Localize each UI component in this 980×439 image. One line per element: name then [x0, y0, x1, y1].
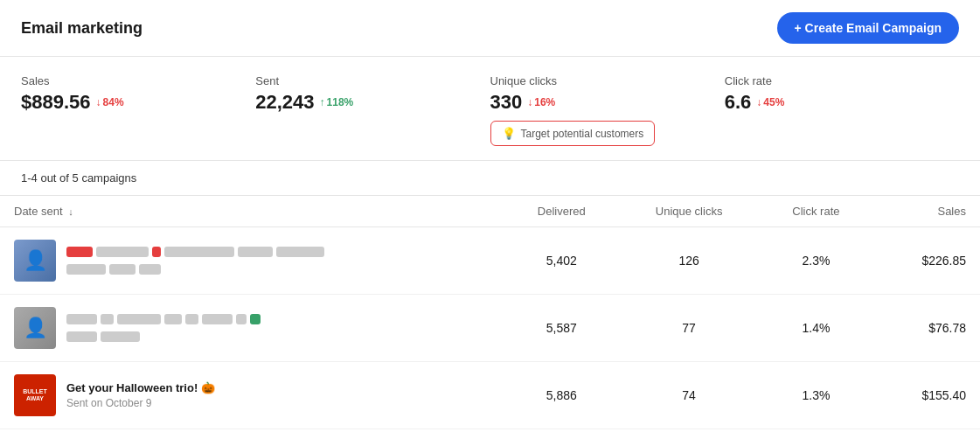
- stat-rate-label: Click rate: [725, 74, 959, 87]
- delivered-4: 2,631: [504, 429, 618, 440]
- stat-unique-clicks: Unique clicks 330 16% 💡 Target potential…: [490, 74, 725, 146]
- stat-clicks-value: 330 16%: [490, 91, 725, 114]
- table-row[interactable]: 👤 5,4021262.3%$226.85: [0, 227, 980, 295]
- col-delivered[interactable]: Delivered: [504, 196, 618, 227]
- halloween-logo: BULLETAWAY: [23, 388, 47, 401]
- arrow-down-icon-3: [756, 96, 761, 108]
- table-header-row: Date sent ↓ Delivered Unique clicks Clic…: [0, 196, 980, 227]
- campaign-thumbnail-3: BULLETAWAY: [14, 374, 56, 416]
- stat-rate-badge: 45%: [756, 96, 784, 108]
- sales-4: $0.00: [872, 429, 980, 440]
- stat-sales: Sales $889.56 84%: [21, 74, 255, 146]
- create-campaign-button[interactable]: + Create Email Campaign: [777, 12, 959, 44]
- table-row[interactable]: BULLETAWAYGet your Halloween trio! 🎃Sent…: [0, 362, 980, 429]
- target-icon: 💡: [502, 127, 516, 140]
- sales-3: $155.40: [872, 362, 980, 429]
- stat-rate-value: 6.6 45%: [725, 91, 959, 114]
- arrow-up-icon: [320, 96, 325, 108]
- click-rate-3: 1.3%: [760, 362, 872, 429]
- stat-clicks-badge: 16%: [527, 96, 555, 108]
- avatar-icon: 👤: [24, 249, 47, 272]
- unique-clicks-2: 77: [618, 295, 760, 362]
- unique-clicks-3: 74: [618, 362, 760, 429]
- sales-1: $226.85: [872, 227, 980, 295]
- click-rate-1: 2.3%: [760, 227, 872, 295]
- table-row[interactable]: 👤 5,587771.4%$76.78: [0, 295, 980, 362]
- campaign-info-1: [66, 245, 324, 276]
- stat-sales-badge: 84%: [96, 96, 124, 108]
- col-click-rate[interactable]: Click rate: [760, 196, 872, 227]
- stat-click-rate: Click rate 6.6 45%: [725, 74, 959, 146]
- stat-sales-label: Sales: [21, 74, 255, 87]
- campaigns-count: 1-4 out of 5 campaigns: [0, 161, 980, 196]
- campaign-name-blurred: [66, 312, 261, 344]
- col-sales[interactable]: Sales: [872, 196, 980, 227]
- campaign-cell-2: 👤: [0, 295, 504, 362]
- stat-sent-value: 22,243 118%: [255, 91, 490, 114]
- arrow-down-icon: [96, 96, 101, 108]
- page-header: Email marketing + Create Email Campaign: [0, 0, 980, 57]
- col-unique-clicks[interactable]: Unique clicks: [618, 196, 760, 227]
- delivered-2: 5,587: [504, 295, 618, 362]
- stat-sent-label: Sent: [255, 74, 490, 87]
- delivered-1: 5,402: [504, 227, 618, 295]
- arrow-down-icon-2: [527, 96, 532, 108]
- stat-sent: Sent 22,243 118%: [255, 74, 490, 146]
- campaign-cell-3: BULLETAWAYGet your Halloween trio! 🎃Sent…: [0, 362, 504, 429]
- sort-icon: ↓: [68, 206, 73, 217]
- target-customers-button[interactable]: 💡 Target potential customers: [490, 121, 656, 146]
- delivered-3: 5,886: [504, 362, 618, 429]
- unique-clicks-4: 84: [618, 429, 760, 440]
- click-rate-4: 3.2%: [760, 429, 872, 440]
- campaign-thumbnail-1: 👤: [14, 240, 56, 282]
- unique-clicks-1: 126: [618, 227, 760, 295]
- stat-sent-badge: 118%: [320, 96, 354, 108]
- page-title: Email marketing: [21, 19, 142, 38]
- campaigns-table: Date sent ↓ Delivered Unique clicks Clic…: [0, 196, 980, 439]
- campaign-name-3: Get your Halloween trio! 🎃: [66, 381, 215, 394]
- col-date-sent[interactable]: Date sent ↓: [0, 196, 504, 227]
- stat-sales-value: $889.56 84%: [21, 91, 255, 114]
- campaign-date-3: Sent on October 9: [66, 397, 215, 409]
- stats-row: Sales $889.56 84% Sent 22,243 118% Uniqu…: [0, 57, 980, 161]
- campaign-cell-1: 👤: [0, 227, 504, 295]
- campaign-info-3: Get your Halloween trio! 🎃Sent on Octobe…: [66, 381, 215, 409]
- campaign-thumbnail-2: 👤: [14, 307, 56, 349]
- table-row[interactable]: 👤40% OFF Summer ENDS TODAY!Sent on Octob…: [0, 429, 980, 440]
- sales-2: $76.78: [872, 295, 980, 362]
- campaign-cell-4: 👤40% OFF Summer ENDS TODAY!Sent on Octob…: [0, 429, 504, 440]
- avatar-icon: 👤: [24, 317, 47, 339]
- campaign-info-2: [66, 312, 261, 344]
- click-rate-2: 1.4%: [760, 295, 872, 362]
- stat-clicks-label: Unique clicks: [490, 74, 725, 87]
- campaign-name-blurred: [66, 245, 324, 276]
